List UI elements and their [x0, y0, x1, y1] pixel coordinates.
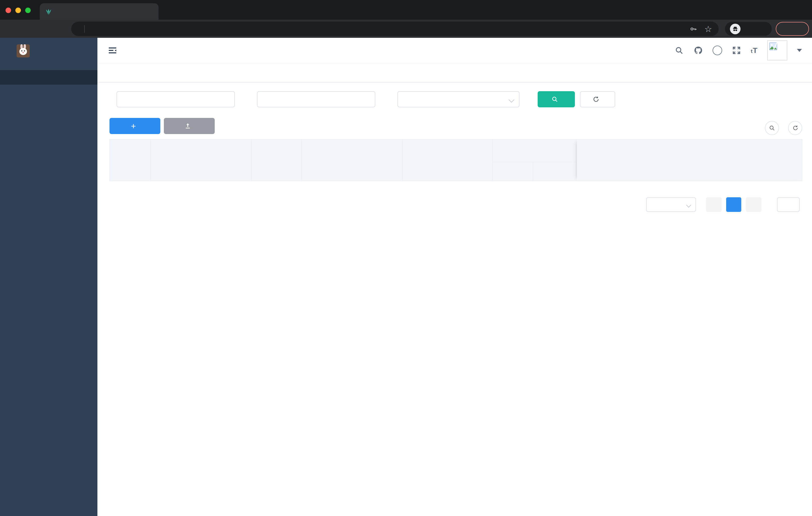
filter-name-input[interactable]	[257, 91, 375, 107]
sidebar	[0, 38, 97, 516]
avatar-caret-icon[interactable]	[797, 49, 802, 52]
fixed-op-column	[577, 139, 802, 181]
divider	[84, 25, 85, 33]
table-toolbar: +	[110, 118, 802, 134]
reset-button[interactable]	[580, 91, 615, 107]
chevron-down-icon	[509, 97, 515, 103]
next-page-button[interactable]	[746, 197, 761, 212]
filter-form	[110, 91, 802, 107]
fullscreen-icon[interactable]	[732, 46, 741, 55]
sidebar-logo	[0, 38, 97, 60]
page-1-button[interactable]	[726, 197, 741, 212]
topbar-icons: tT	[674, 38, 802, 63]
create-process-button[interactable]: +	[110, 118, 160, 134]
col-header-version	[493, 162, 533, 181]
font-size-icon[interactable]: tT	[751, 46, 758, 55]
filter-key-input[interactable]	[117, 91, 235, 107]
screen: ☆	[0, 0, 812, 516]
search-icon[interactable]	[674, 46, 684, 55]
update-chip[interactable]	[776, 22, 809, 36]
tags-bar	[97, 63, 812, 82]
prev-page-button[interactable]	[706, 197, 722, 212]
sidebar-submenu	[0, 70, 97, 85]
zoom-window-button[interactable]	[25, 7, 31, 13]
col-header-created	[403, 139, 493, 181]
goto-page-input[interactable]	[777, 197, 800, 212]
col-header-name	[151, 139, 252, 181]
favicon-plant-icon	[45, 8, 52, 16]
filter-category-select[interactable]	[398, 91, 520, 107]
search-button[interactable]	[538, 91, 575, 107]
col-header-form	[302, 139, 403, 181]
col-header-key	[110, 139, 151, 181]
table-tools	[765, 121, 802, 135]
logo-rabbit-avatar	[17, 44, 30, 57]
process-model-table	[110, 139, 802, 181]
browser-chrome: ☆	[0, 0, 812, 38]
col-header-status	[533, 162, 577, 181]
col-header-category	[252, 139, 302, 181]
sidebar-menu	[0, 60, 97, 85]
incognito-badge	[725, 22, 772, 36]
address-bar[interactable]: ☆	[71, 22, 719, 36]
help-icon[interactable]	[713, 46, 722, 55]
github-icon[interactable]	[693, 46, 703, 55]
pagination	[110, 197, 802, 212]
browser-toolbar: ☆	[0, 20, 812, 38]
refresh-icon[interactable]	[788, 121, 802, 135]
show-search-icon[interactable]	[765, 121, 779, 135]
page-size-select[interactable]	[646, 197, 696, 212]
import-process-button[interactable]	[164, 118, 215, 134]
window-controls[interactable]	[5, 7, 31, 13]
plus-icon: +	[131, 123, 136, 130]
browser-tab[interactable]	[40, 3, 158, 20]
collapse-sidebar-icon[interactable]	[108, 45, 118, 55]
bookmark-star-icon[interactable]: ☆	[704, 24, 712, 34]
minimize-window-button[interactable]	[16, 7, 21, 13]
chevron-down-icon	[686, 202, 691, 208]
avatar[interactable]	[767, 40, 787, 60]
content: +	[97, 82, 812, 212]
key-icon[interactable]	[689, 25, 697, 33]
main-area: tT	[97, 38, 812, 516]
browser-tabstrip	[0, 0, 812, 20]
topbar: tT	[97, 38, 812, 63]
close-window-button[interactable]	[5, 7, 11, 13]
incognito-icon	[730, 24, 741, 34]
col-header-op	[577, 139, 802, 181]
